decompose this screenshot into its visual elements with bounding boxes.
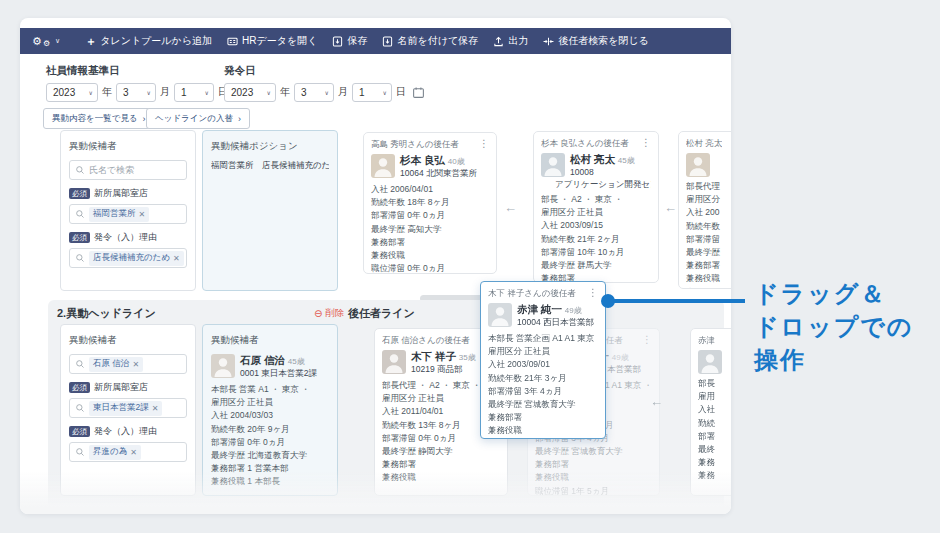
person-card-clipped[interactable]: 赤津部長雇用入社勤続部署最終兼務兼務: [690, 328, 731, 496]
person-summary: [686, 153, 731, 177]
day-value: 1: [359, 87, 365, 98]
person-card-akatsu-dragging[interactable]: 木下 祥子さんの後任者⋮赤津 純一 49歳10004 西日本営業部本部長 営業企…: [480, 281, 606, 439]
reason-search-input[interactable]: 店長候補補充のため✕: [69, 248, 187, 268]
person-card-matsumura[interactable]: 杉本 良弘さんの後任者⋮松村 亮太 45歳10008アプリケーション開発センター…: [533, 131, 659, 283]
unit-label: 年: [280, 85, 290, 99]
required-badge: 必須: [69, 188, 90, 199]
remove-tag-icon[interactable]: ✕: [152, 404, 159, 413]
field-label-text: 新所属部室店: [94, 381, 148, 394]
tag-label: 東日本営業2課: [93, 402, 149, 414]
tag-label: 店長候補補充のため: [93, 252, 170, 264]
day-select[interactable]: 1∨: [352, 83, 392, 102]
card-owner-label: 杉本 良弘さんの後任者: [541, 138, 629, 150]
detail-line: 最終学歴 宮城教育大学: [488, 398, 598, 411]
remove-tag-icon[interactable]: ✕: [139, 210, 146, 219]
card-owner-label: 石原 信治さんの後任者: [382, 335, 470, 347]
toolbar-item-label: タレントプールから追加: [100, 34, 212, 48]
unit-label: 月: [338, 85, 348, 99]
person-name: 松村 亮太 45歳: [570, 153, 635, 167]
detail-line: 最終学歴: [686, 246, 731, 259]
detail-line: 兼務部署: [488, 411, 598, 424]
person-card-clipped[interactable]: 松村 亮太部長代理雇用区分入社 200勤続年数部署滞留最終学歴兼務部署兼務役職職…: [678, 131, 731, 289]
name-search-input[interactable]: 石原 信治✕: [69, 354, 187, 374]
detail-line: 部長代理: [686, 180, 731, 193]
dept-search-input[interactable]: 福岡営業所✕: [69, 204, 187, 224]
card-header: 松村 亮太: [686, 138, 731, 150]
avatar: [382, 350, 406, 374]
card-owner-label: 赤津: [698, 335, 715, 347]
month-value: 3: [301, 87, 307, 98]
toolbar-item-label: 保存: [347, 34, 367, 48]
kebab-menu-icon[interactable]: ⋮: [642, 335, 652, 345]
avatar: [488, 303, 512, 327]
detail-line: 勤続年数 20年 9ヶ月: [211, 423, 329, 436]
detail-line: 兼務役職: [371, 249, 489, 262]
detail-line: 兼務部署: [382, 458, 500, 471]
detail-line: 部署滞留: [686, 233, 731, 246]
day-select[interactable]: 1∨: [174, 83, 214, 102]
open-hr-data-button[interactable]: HRデータを開く: [227, 34, 317, 48]
detail-line: 入社 2006/04/01: [371, 183, 489, 196]
person-card-sugimoto[interactable]: 高島 秀明さんの後任者⋮杉本 良弘 40歳10064 北関東営業所入社 2006…: [363, 132, 497, 274]
person-code: 10004 西日本営業部: [517, 317, 594, 329]
settings-menu-button[interactable]: ⚙ ⚙ ∨: [32, 35, 60, 48]
remove-tag-icon[interactable]: ✕: [130, 448, 137, 457]
person-age: 45歳: [288, 357, 305, 366]
kebab-menu-icon[interactable]: ⋮: [479, 139, 489, 149]
add-from-talent-pool-button[interactable]: ＋ タレントプールから追加: [85, 34, 212, 48]
card-owner-label: 高島 秀明さんの後任者: [371, 139, 459, 151]
kebab-menu-icon[interactable]: ⋮: [588, 288, 598, 298]
toolbar-item-label: 後任者検索を閉じる: [558, 34, 649, 48]
detail-line: 入社: [698, 403, 731, 416]
remove-tag-icon[interactable]: ✕: [132, 360, 139, 369]
close-successor-search-button[interactable]: 後任者検索を閉じる: [543, 34, 649, 48]
reason-tag: 店長候補補充のため✕: [89, 251, 184, 266]
remove-tag-icon[interactable]: ✕: [173, 254, 180, 263]
detail-line: 兼務役職: [535, 471, 652, 484]
person-summary: 石原 信治 45歳0001 東日本営業2課: [211, 354, 329, 380]
delete-headline-button[interactable]: ⊖ 削除: [314, 307, 344, 320]
person-age: 35歳: [459, 353, 476, 362]
month-value: 3: [123, 87, 129, 98]
tag-label: 石原 信治: [93, 358, 129, 370]
search-icon: [75, 359, 85, 369]
card-header: 高島 秀明さんの後任者⋮: [371, 139, 489, 151]
detail-line: 部署滞留 0年 0ヵ月: [211, 436, 329, 449]
position-text: 福岡営業所 店長候補補充のため: [211, 160, 329, 172]
panel-title: 異動候補者: [211, 334, 329, 347]
detail-line: 最終学歴 静岡大学: [382, 445, 500, 458]
avatar: [541, 153, 565, 177]
year-select[interactable]: 2023∨: [224, 83, 276, 102]
year-select[interactable]: 2023∨: [46, 83, 98, 102]
reason-search-input[interactable]: 昇進の為✕: [69, 442, 187, 462]
required-badge: 必須: [69, 426, 90, 437]
swap-headline-button[interactable]: ヘッドラインの入替 ›: [146, 108, 250, 129]
person-age: 45歳: [618, 156, 635, 165]
plus-icon: ＋: [85, 36, 96, 47]
detail-line: 勤続年数 21年 2ヶ月: [541, 233, 651, 246]
save-icon: [382, 36, 393, 47]
view-transfer-list-button[interactable]: 異動内容を一覧で見る ›: [43, 108, 155, 129]
kebab-menu-icon[interactable]: ⋮: [641, 138, 651, 148]
month-select[interactable]: 3∨: [294, 83, 334, 102]
export-button[interactable]: 出力: [493, 34, 528, 48]
person-name: 石原 信治 45歳: [240, 354, 317, 368]
calendar-icon[interactable]: [412, 86, 425, 99]
required-badge: 必須: [69, 232, 90, 243]
save-button[interactable]: 保存: [332, 34, 367, 48]
detail-line: 入社 2004/03/03: [211, 409, 329, 422]
person-summary: 杉本 良弘 40歳10064 北関東営業所: [371, 154, 489, 180]
dept-search-input[interactable]: 東日本営業2課✕: [69, 398, 187, 418]
name-search-input[interactable]: 氏名で検索: [69, 160, 187, 180]
detail-line: 部署滞留 3年 4ヵ月: [488, 385, 598, 398]
field-label-text: 発令（入）理由: [94, 231, 157, 244]
person-age: 49歳: [612, 353, 629, 362]
person-summary-ishihara: 石原 信治 45歳0001 東日本営業2課本部長 営業 A1 ・ 東京 ・雇用区…: [211, 354, 329, 489]
month-select[interactable]: 3∨: [116, 83, 156, 102]
chevron-right-icon: ›: [238, 114, 241, 124]
panel-title: 異動候補者: [69, 140, 187, 153]
save-as-button[interactable]: 名前を付けて保存: [382, 34, 478, 48]
candidate-panel: 異動候補者 氏名で検索 必須 新所属部室店 福岡営業所✕ 必須 発令（入）理由 …: [60, 130, 196, 291]
search-icon: [75, 165, 85, 175]
issue-date-group: 2023∨ 年 3∨ 月 1∨ 日: [224, 82, 425, 102]
